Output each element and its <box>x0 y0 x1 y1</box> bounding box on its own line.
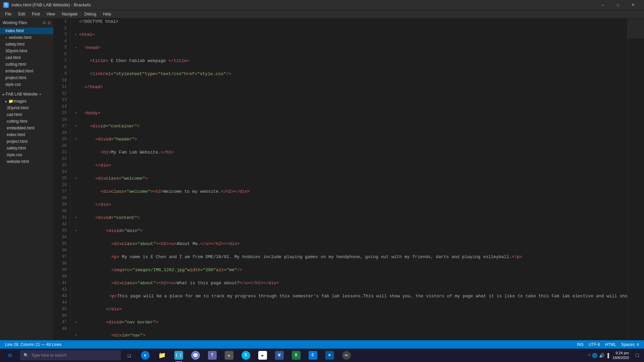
code-container[interactable]: 1 2 3 4 5 6 7 8 9 10 11 12 13 14 15 16 1… <box>54 18 644 340</box>
project-file-embedded[interactable]: embedded.html <box>0 125 53 131</box>
taskbar-app-app3[interactable]: ∞ <box>339 349 354 362</box>
taskbar-app-discord[interactable]: 💬 <box>188 349 203 362</box>
taskbar-app-word[interactable]: W <box>272 349 287 362</box>
working-files-label: Working Files <box>3 20 27 25</box>
sidebar-item-style-css[interactable]: style.css <box>0 81 53 88</box>
sidebar-item-cad-html[interactable]: cad.html <box>0 54 53 61</box>
project-folder-images[interactable]: 📁 images <box>0 98 53 105</box>
editor-area: 1 2 3 4 5 6 7 8 9 10 11 12 13 14 15 16 1… <box>54 18 644 340</box>
code-line-9: ▾<div id="container"> <box>74 123 624 130</box>
code-line-16: ▾<div id="content"> <box>74 215 624 221</box>
code-line-10: ▾<div id="header"> <box>74 136 624 143</box>
menu-file[interactable]: File <box>2 11 15 17</box>
search-placeholder: Type here to search <box>31 353 67 358</box>
menu-help[interactable]: Help <box>100 11 115 17</box>
menu-debug[interactable]: Debug <box>81 11 100 17</box>
menu-view[interactable]: View <box>43 11 58 17</box>
code-line-12: </div> <box>74 162 624 169</box>
taskbar-app-teams[interactable]: T <box>205 349 220 362</box>
taskbar-app-explorer[interactable]: 📁 <box>154 349 169 362</box>
task-view-button[interactable]: ❑ <box>122 349 136 362</box>
fold-arrow-3[interactable]: ▾ <box>74 45 78 51</box>
sidebar-item-project-html[interactable]: project.html <box>0 74 53 81</box>
brackets-icon: { } <box>174 351 183 360</box>
status-right: INS UTF-8 HTML Spaces: 4 <box>577 342 639 347</box>
menu-edit[interactable]: Edit <box>15 11 29 17</box>
project-file-index[interactable]: index.html <box>0 131 53 138</box>
status-language[interactable]: HTML <box>605 342 616 347</box>
split-icon[interactable]: ⊟ <box>48 21 51 25</box>
windows-icon: ⊞ <box>8 352 12 359</box>
project-file-style[interactable]: style.css <box>0 152 53 158</box>
minimap-thumb[interactable] <box>628 18 644 39</box>
main-layout: Working Files ⚙ ⊟ index.html website.htm… <box>0 18 644 340</box>
project-file-cutting[interactable]: cutting.html <box>0 118 53 125</box>
project-file-safety[interactable]: safety.html <box>0 145 53 152</box>
minimize-button[interactable]: ─ <box>595 0 610 10</box>
taskbar-app-excel[interactable]: X <box>288 349 304 362</box>
minimap <box>627 18 644 340</box>
code-line-18: <div class="about"><h2><u>About Me.</u><… <box>74 241 624 247</box>
teams-icon: T <box>208 351 217 360</box>
taskbar-app-edge2[interactable]: C <box>305 349 320 362</box>
menu-find[interactable]: Find <box>29 11 43 17</box>
fold-arrow-1[interactable] <box>74 18 78 25</box>
taskbar-app-brackets[interactable]: { } <box>171 349 186 362</box>
sidebar: Working Files ⚙ ⊟ index.html website.htm… <box>0 18 54 340</box>
code-editor[interactable]: <!DOCTYPE html> ▾<html> ▾<head> <title> … <box>70 18 627 340</box>
search-bar[interactable]: 🔍 Type here to search <box>20 350 121 360</box>
clock[interactable]: 9:24 pm 18/8/2020 <box>612 351 631 360</box>
tray-expand-icon[interactable]: ^ <box>588 353 590 358</box>
project-close-icon[interactable]: ✕ <box>39 93 42 96</box>
sidebar-item-3dprint-html[interactable]: 3Dprint.html <box>0 48 53 54</box>
sidebar-item-embedded-html[interactable]: embedded.html <box>0 68 53 74</box>
close-button[interactable]: ✕ <box>626 0 641 10</box>
start-button[interactable]: ⊞ <box>2 349 18 362</box>
task-view-icon: ❑ <box>127 352 131 359</box>
sidebar-files: index.html website.html safety.html 3Dpr… <box>0 27 53 88</box>
taskbar-app-edge[interactable]: e <box>138 349 153 362</box>
project-file-3dprint[interactable]: 3Dprint.html <box>0 105 53 111</box>
code-line-21: <div class="about"><h2><u>What is this p… <box>74 280 624 287</box>
code-line-19: <p> My name is E Chen and I am from DME/… <box>74 254 624 260</box>
project-file-cad[interactable]: cad.html <box>0 111 53 118</box>
sidebar-item-cutting-html[interactable]: cutting.html <box>0 61 53 68</box>
taskbar-app-app2[interactable]: M <box>322 349 337 362</box>
project-file-project[interactable]: project.html <box>0 138 53 145</box>
title-bar: B index.html (FAB LAB Website) - Bracket… <box>0 0 644 10</box>
code-line-23: </div> <box>74 306 624 313</box>
project-header[interactable]: FAB LAB Website ✕ <box>0 90 53 98</box>
skype-icon: S <box>241 351 250 360</box>
menu-navigate[interactable]: Navigate <box>58 11 81 17</box>
status-spaces[interactable]: Spaces: 4 <box>621 342 639 347</box>
volume-icon[interactable]: 🔊 <box>599 353 604 358</box>
project-file-website[interactable]: website.html <box>0 158 53 165</box>
app2-icon: M <box>325 351 334 360</box>
status-encoding[interactable]: UTF-8 <box>589 342 600 347</box>
sidebar-item-safety-html[interactable]: safety.html <box>0 41 53 48</box>
maximize-button[interactable]: □ <box>610 0 626 10</box>
taskbar-app-unknown[interactable]: ✈ <box>221 349 236 362</box>
code-line-4: <title> E Chen Fablab webpage </title> <box>74 58 624 64</box>
taskbar-app-inkscape[interactable]: ✒ <box>255 349 270 362</box>
working-files-header: Working Files ⚙ ⊟ <box>0 18 53 27</box>
clock-time: 9:24 pm <box>612 351 629 355</box>
battery-icon: ▐ <box>606 353 609 358</box>
title-bar-left: B index.html (FAB LAB Website) - Bracket… <box>3 2 91 8</box>
code-line-7 <box>74 97 624 104</box>
sidebar-item-index-html[interactable]: index.html <box>0 27 53 34</box>
taskbar-left: ⊞ 🔍 Type here to search ❑ e 📁 { } <box>2 349 354 362</box>
network-icon[interactable]: 🌐 <box>592 353 597 358</box>
fold-arrow-2[interactable]: ▾ <box>74 32 78 38</box>
sidebar-item-website-html[interactable]: website.html <box>0 34 53 41</box>
project-name: FAB LAB Website <box>6 92 38 97</box>
taskbar-right: ^ 🌐 🔊 ▐ 9:24 pm 18/8/2020 □ <box>587 349 642 362</box>
notification-icon[interactable]: □ <box>632 349 642 362</box>
search-icon: 🔍 <box>23 353 29 358</box>
line-numbers: 1 2 3 4 5 6 7 8 9 10 11 12 13 14 15 16 1… <box>54 18 70 340</box>
settings-icon[interactable]: ⚙ <box>43 21 46 25</box>
taskbar-app-skype[interactable]: S <box>238 349 253 362</box>
code-line-13: ▾<div class="welcome"> <box>74 175 624 182</box>
folder-icon: 📁 <box>8 99 13 104</box>
file-explorer-icon: 📁 <box>158 351 166 359</box>
